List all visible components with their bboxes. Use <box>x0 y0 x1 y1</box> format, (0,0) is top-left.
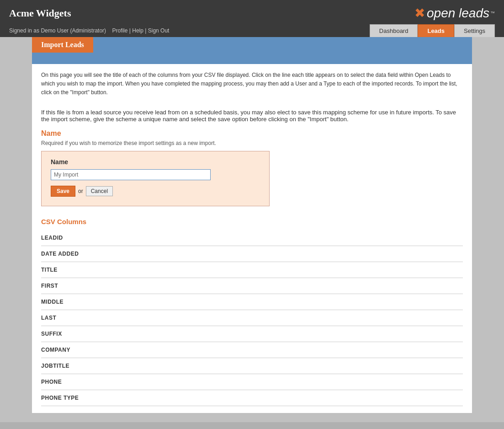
csv-column-row[interactable]: DATE ADDED <box>41 246 463 262</box>
cancel-button[interactable]: Cancel <box>86 186 113 196</box>
description-text-2: If this file is from a lead source you r… <box>41 109 463 123</box>
nav-tabs: Dashboard Leads Settings <box>370 24 495 37</box>
name-box: Name Save or Cancel <box>41 151 270 206</box>
profile-link[interactable]: Profile <box>112 27 127 34</box>
csv-column-row[interactable]: LEADID <box>41 230 463 246</box>
name-section-heading: Name <box>41 129 463 138</box>
csv-column-row[interactable]: MIDDLE <box>41 294 463 310</box>
logo-area: ✖ open leads ™ <box>414 5 495 21</box>
user-info-text: Signed in as Demo User (Administrator) <box>9 27 106 34</box>
user-info: Signed in as Demo User (Administrator) P… <box>9 27 169 34</box>
description-text-1: On this page you will see the title of e… <box>41 71 463 97</box>
csv-column-row[interactable]: FIRST <box>41 278 463 294</box>
tab-dashboard[interactable]: Dashboard <box>370 24 418 37</box>
app-title: Acme Widgets <box>9 7 71 19</box>
logo-icon: ✖ <box>414 5 425 21</box>
csv-column-row[interactable]: SUFFIX <box>41 326 463 342</box>
or-text: or <box>78 188 83 194</box>
csv-column-row[interactable]: PHONE TYPE <box>41 390 463 406</box>
tab-settings[interactable]: Settings <box>454 24 495 37</box>
csv-section-heading: CSV Columns <box>41 218 463 225</box>
csv-column-row[interactable]: PHONE <box>41 374 463 390</box>
save-cancel-row: Save or Cancel <box>51 186 260 197</box>
csv-columns-list: LEADIDDATE ADDEDTITLEFIRSTMIDDLELASTSUFF… <box>41 230 463 406</box>
name-section-sublabel: Required if you wish to memorize these i… <box>41 140 463 146</box>
logo-text: open leads <box>427 6 489 21</box>
csv-column-row[interactable]: LAST <box>41 310 463 326</box>
name-input[interactable] <box>51 169 211 180</box>
help-link[interactable]: Help <box>132 27 143 34</box>
csv-column-row[interactable]: COMPANY <box>41 342 463 358</box>
csv-column-row[interactable]: JOBTITLE <box>41 358 463 374</box>
tab-leads[interactable]: Leads <box>418 24 454 37</box>
signout-link[interactable]: Sign Out <box>148 27 170 34</box>
page-title: Import Leads <box>32 37 93 53</box>
page-header: Import Leads <box>32 37 472 64</box>
name-box-title: Name <box>51 158 260 166</box>
save-button[interactable]: Save <box>51 186 75 197</box>
csv-column-row[interactable]: TITLE <box>41 262 463 278</box>
blue-bar <box>32 53 472 64</box>
